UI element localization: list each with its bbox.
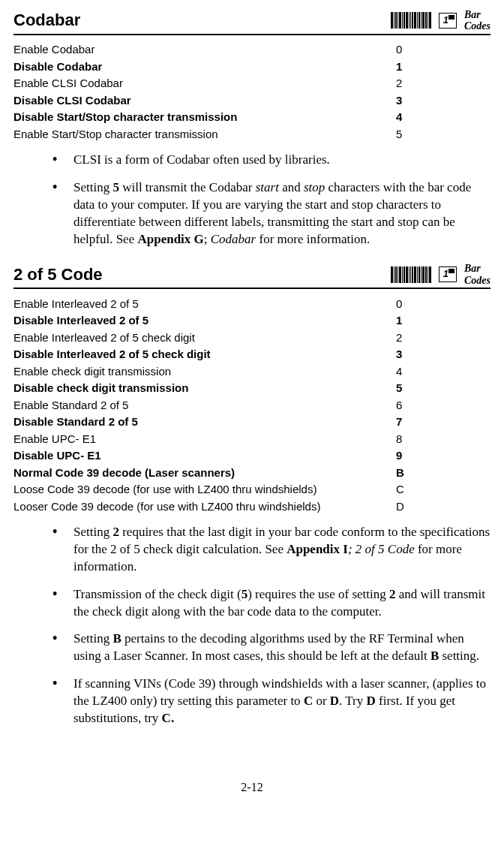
option-value: 7 xyxy=(396,414,418,431)
list-item: Setting B pertains to the decoding algor… xyxy=(52,631,490,665)
header-right: 1 BarCodes xyxy=(391,9,490,32)
option-label: Enable Interleaved 2 of 5 check digit xyxy=(14,329,396,346)
section-title: Codabar xyxy=(14,10,391,32)
table-row: Enable Standard 2 of 56 xyxy=(14,396,418,414)
section-header-codabar: Codabar 1 BarCodes xyxy=(14,9,490,35)
option-label: Disable UPC- E1 xyxy=(14,447,396,465)
table-row: Disable Codabar1 xyxy=(14,58,418,75)
section-header-2of5: 2 of 5 Code 1 BarCodes xyxy=(14,263,490,289)
option-label: Enable check digit transmission xyxy=(14,363,396,380)
key-number-box: 1 xyxy=(439,266,457,282)
option-label: Loose Code 39 decode (for use with LZ400… xyxy=(14,481,396,498)
option-label: Enable Codabar xyxy=(14,41,396,59)
option-label: Normal Code 39 decode (Laser scanners) xyxy=(14,464,396,481)
option-label: Disable Standard 2 of 5 xyxy=(14,414,396,431)
option-value: 5 xyxy=(396,380,418,397)
list-item: Setting 2 requires that the last digit i… xyxy=(52,524,490,576)
option-value: 1 xyxy=(396,58,418,75)
table-row: Enable UPC- E18 xyxy=(14,430,418,447)
bar-codes-label: BarCodes xyxy=(464,263,490,286)
list-item: CLSI is a form of Codabar often used by … xyxy=(52,152,490,169)
option-value: 3 xyxy=(396,92,418,109)
codabar-options-table: Enable Codabar0Disable Codabar1Enable CL… xyxy=(14,41,418,143)
option-value: 6 xyxy=(396,396,418,414)
list-item: Transmission of the check digit (5) requ… xyxy=(52,586,490,621)
table-row: Disable Interleaved 2 of 5 check digit3 xyxy=(14,346,418,363)
barcode-icon xyxy=(391,12,431,29)
option-value: 4 xyxy=(396,109,418,126)
table-row: Disable Interleaved 2 of 51 xyxy=(14,312,418,330)
option-value: 3 xyxy=(396,346,418,363)
option-value: 4 xyxy=(396,363,418,380)
table-row: Enable Start/Stop character transmission… xyxy=(14,125,418,143)
option-label: Disable Interleaved 2 of 5 xyxy=(14,312,396,330)
list-item: If scanning VINs (Code 39) through winds… xyxy=(52,676,490,727)
table-row: Disable check digit transmission5 xyxy=(14,380,418,397)
2of5-bullets: Setting 2 requires that the last digit i… xyxy=(14,524,490,727)
option-label: Disable Start/Stop character transmissio… xyxy=(14,109,396,126)
option-value: 0 xyxy=(396,295,418,312)
option-label: Disable Interleaved 2 of 5 check digit xyxy=(14,346,396,363)
option-value: 8 xyxy=(396,430,418,447)
list-item: Setting 5 will transmit the Codabar star… xyxy=(52,179,490,248)
2of5-options-table: Enable Interleaved 2 of 50Disable Interl… xyxy=(14,295,418,515)
table-row: Disable UPC- E19 xyxy=(14,447,418,465)
table-row: Disable Standard 2 of 57 xyxy=(14,414,418,431)
page-number: 2-12 xyxy=(14,780,490,796)
option-value: D xyxy=(396,498,418,515)
option-label: Disable CLSI Codabar xyxy=(14,92,396,109)
option-label: Disable Codabar xyxy=(14,58,396,75)
option-value: 2 xyxy=(396,75,418,92)
option-label: Enable Standard 2 of 5 xyxy=(14,396,396,414)
table-row: Loose Code 39 decode (for use with LZ400… xyxy=(14,481,418,498)
option-value: 9 xyxy=(396,447,418,465)
option-value: 2 xyxy=(396,329,418,346)
table-row: Enable Interleaved 2 of 5 check digit2 xyxy=(14,329,418,346)
key-number-box: 1 xyxy=(439,13,457,29)
option-label: Enable Interleaved 2 of 5 xyxy=(14,295,396,312)
table-row: Disable Start/Stop character transmissio… xyxy=(14,109,418,126)
table-row: Looser Code 39 decode (for use with LZ40… xyxy=(14,498,418,515)
table-row: Normal Code 39 decode (Laser scanners)B xyxy=(14,464,418,481)
section-title: 2 of 5 Code xyxy=(14,264,391,286)
option-label: Enable UPC- E1 xyxy=(14,430,396,447)
option-value: 1 xyxy=(396,312,418,330)
option-value: B xyxy=(396,464,418,481)
barcode-icon xyxy=(391,266,431,283)
table-row: Enable Codabar0 xyxy=(14,41,418,59)
option-label: Disable check digit transmission xyxy=(14,380,396,397)
table-row: Enable Interleaved 2 of 50 xyxy=(14,295,418,312)
option-value: 5 xyxy=(396,125,418,143)
table-row: Enable check digit transmission4 xyxy=(14,363,418,380)
table-row: Disable CLSI Codabar3 xyxy=(14,92,418,109)
table-row: Enable CLSI Codabar2 xyxy=(14,75,418,92)
bar-codes-label: BarCodes xyxy=(464,9,490,32)
header-right: 1 BarCodes xyxy=(391,263,490,286)
option-value: 0 xyxy=(396,41,418,59)
option-label: Looser Code 39 decode (for use with LZ40… xyxy=(14,498,396,515)
codabar-bullets: CLSI is a form of Codabar often used by … xyxy=(14,152,490,248)
option-label: Enable Start/Stop character transmission xyxy=(14,125,396,143)
option-value: C xyxy=(396,481,418,498)
option-label: Enable CLSI Codabar xyxy=(14,75,396,92)
